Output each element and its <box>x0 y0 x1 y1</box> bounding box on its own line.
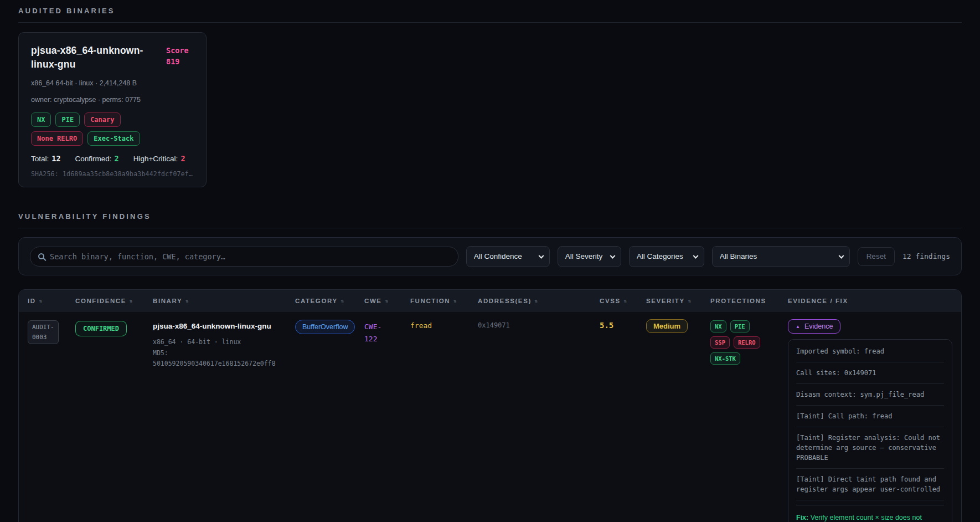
column-header-function[interactable]: FUNCTION⇅ <box>410 298 478 304</box>
confidence-cell: CONFIRMED <box>75 319 153 336</box>
category-select[interactable]: All Categories <box>629 246 704 267</box>
evidence-cell: ▲ Evidence Imported symbol: freadCall si… <box>788 319 952 522</box>
protection-badges: NXPIECanaryNone RELROExec-Stack <box>31 112 176 146</box>
column-label: CWE <box>364 298 382 304</box>
evidence-fix: Fix: Verify element count × size does no… <box>796 505 944 522</box>
evidence-item: Imported symbol: fread <box>796 341 944 362</box>
severity-badge: Medium <box>646 319 688 333</box>
search-box <box>30 247 458 267</box>
addresses-cell: 0x149071 <box>478 319 600 329</box>
hardening-badge: NX <box>31 112 51 127</box>
protection-badge: PIE <box>730 320 750 332</box>
column-header-protections: PROTECTIONS <box>710 298 788 304</box>
confidence-filter: All Confidence <box>466 246 550 267</box>
cvss-value: 5.5 <box>600 319 638 330</box>
column-label: FUNCTION <box>410 298 450 304</box>
id-cell: AUDIT-0003 <box>28 319 75 344</box>
binary-card: pjsua-x86_64-unknown-linux-gnu Score 819… <box>18 32 207 187</box>
search-input[interactable] <box>50 252 450 261</box>
hardening-badge: PIE <box>55 112 80 127</box>
vulnerability-findings-heading: VULNERABILITY FINDINGS <box>18 212 962 228</box>
evidence-toggle-button[interactable]: ▲ Evidence <box>788 319 840 334</box>
cwe-value: CWE-122 <box>364 319 393 345</box>
sort-icon: ⇅ <box>130 298 133 304</box>
findings-count: 12 findings <box>902 252 950 260</box>
binary-name: pjsua-x86_64-unknown-linux-gnu <box>153 319 287 332</box>
evidence-panel: Imported symbol: freadCall sites: 0x1490… <box>788 339 952 522</box>
severity-select[interactable]: All Severity <box>558 246 621 267</box>
column-header-cwe[interactable]: CWE⇅ <box>364 298 410 304</box>
evidence-item: [Taint] Direct taint path found and regi… <box>796 469 944 500</box>
binary-md5: MD5: 50105920590340617e168152672e0ff8 <box>153 348 287 370</box>
stat-item: High+Critical:2 <box>133 154 185 163</box>
column-header-id[interactable]: ID⇅ <box>28 298 75 304</box>
column-header-confidence[interactable]: CONFIDENCE⇅ <box>75 298 153 304</box>
function-cell: fread <box>410 319 478 330</box>
sort-icon: ⇅ <box>185 298 189 304</box>
binary-card-meta-2: owner: cryptocalypse · perms: 0775 <box>31 94 198 106</box>
column-label: EVIDENCE / FIX <box>788 298 848 304</box>
search-icon <box>38 253 44 259</box>
binary-select[interactable]: All Binaries <box>712 246 850 267</box>
binary-cell: pjsua-x86_64-unknown-linux-gnu x86_64 · … <box>153 319 295 370</box>
hardening-badge: Canary <box>84 112 120 127</box>
cvss-cell: 5.5 <box>600 319 646 330</box>
sort-icon: ⇅ <box>688 298 692 304</box>
binary-filter: All Binaries <box>712 246 850 267</box>
column-header-cvss[interactable]: CVSS⇅ <box>600 298 646 304</box>
evidence-item: [Taint] Register analysis: Could not det… <box>796 427 944 469</box>
reset-button[interactable]: Reset <box>858 247 895 266</box>
score-label: Score <box>166 45 198 56</box>
column-label: ID <box>28 298 36 304</box>
column-label: BINARY <box>153 298 182 304</box>
column-label: PROTECTIONS <box>710 298 766 304</box>
column-header-evidence-fix: EVIDENCE / FIX <box>788 298 952 304</box>
category-cell: BufferOverflow <box>295 319 364 334</box>
category-filter: All Categories <box>629 246 704 267</box>
protections-list: NXPIESSPRELRONX-STK <box>710 319 772 365</box>
confidence-badge: CONFIRMED <box>75 321 127 336</box>
triangle-up-icon: ▲ <box>796 324 800 329</box>
stat-item: Total:12 <box>31 154 61 163</box>
binary-card-stats: Total:12Confirmed:2High+Critical:2 <box>31 154 198 163</box>
sort-icon: ⇅ <box>453 298 457 304</box>
evidence-item: Disasm context: sym.pj_file_read <box>796 384 944 406</box>
column-header-category[interactable]: CATEGORY⇅ <box>295 298 364 304</box>
severity-cell: Medium <box>646 319 710 333</box>
stat-item: Confirmed:2 <box>75 154 119 163</box>
evidence-item: [Taint] Call path: fread <box>796 406 944 427</box>
hardening-badge: Exec-Stack <box>87 131 140 146</box>
confidence-select[interactable]: All Confidence <box>466 246 550 267</box>
column-label: SEVERITY <box>646 298 685 304</box>
binary-card-title: pjsua-x86_64-unknown-linux-gnu <box>31 44 161 72</box>
sort-icon: ⇅ <box>341 298 345 304</box>
protection-badge: NX-STK <box>710 352 740 365</box>
hardening-badge: None RELRO <box>31 131 83 146</box>
cwe-cell: CWE-122 <box>364 319 410 345</box>
protection-badge: RELRO <box>734 336 760 349</box>
audited-binaries-heading: AUDITED BINARIES <box>18 7 962 23</box>
binary-sha256: SHA256: 1d689aa35cb8e38a9ba3b442fdcf07ef… <box>31 170 198 178</box>
binary-meta: x86_64 · 64-bit · linux <box>153 337 287 348</box>
severity-filter: All Severity <box>558 246 621 267</box>
protection-badge: NX <box>710 320 726 332</box>
sort-icon: ⇅ <box>535 298 539 304</box>
function-value: fread <box>410 319 470 330</box>
addresses-value: 0x149071 <box>478 319 592 329</box>
binary-score: Score 819 <box>166 44 198 72</box>
evidence-button-label: Evidence <box>804 323 833 330</box>
score-value: 819 <box>166 56 198 67</box>
finding-id-badge: AUDIT-0003 <box>28 320 59 344</box>
sort-icon: ⇅ <box>624 298 628 304</box>
column-header-binary[interactable]: BINARY⇅ <box>153 298 295 304</box>
protection-badge: SSP <box>710 336 730 349</box>
findings-table: ID⇅CONFIDENCE⇅BINARY⇅CATEGORY⇅CWE⇅FUNCTI… <box>18 289 962 522</box>
column-header-severity[interactable]: SEVERITY⇅ <box>646 298 710 304</box>
sort-icon: ⇅ <box>39 298 43 304</box>
column-label: CVSS <box>600 298 621 304</box>
binary-card-meta-1: x86_64 64-bit · linux · 2,414,248 B <box>31 78 198 89</box>
column-label: CATEGORY <box>295 298 338 304</box>
findings-table-body: AUDIT-0003 CONFIRMED pjsua-x86_64-unknow… <box>19 312 961 522</box>
column-header-address-es[interactable]: ADDRESS(ES)⇅ <box>478 298 600 304</box>
protections-cell: NXPIESSPRELRONX-STK <box>710 319 788 365</box>
